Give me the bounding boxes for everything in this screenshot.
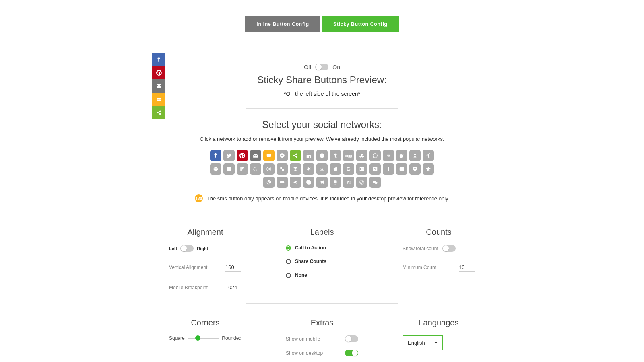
- network-reddit-icon[interactable]: [316, 150, 328, 161]
- sticky-share-icon[interactable]: [152, 106, 165, 119]
- svg-point-19: [268, 168, 270, 170]
- divider: [246, 303, 398, 304]
- network-pocket-icon[interactable]: [409, 163, 421, 175]
- network-qzone-icon[interactable]: [423, 163, 434, 175]
- languages-heading: Languages: [402, 318, 475, 327]
- svg-rect-7: [267, 154, 271, 157]
- enable-toggle[interactable]: [315, 64, 328, 70]
- network-flipboard-icon[interactable]: [237, 163, 248, 175]
- network-wechat-icon[interactable]: [369, 177, 381, 188]
- network-surfingbird-icon[interactable]: [290, 177, 301, 188]
- network-digg-icon[interactable]: digg: [343, 150, 354, 161]
- svg-text:Y: Y: [374, 167, 376, 171]
- vertical-align-label: Vertical Alignment: [169, 265, 207, 270]
- align-right-label: Right: [197, 246, 208, 251]
- network-tumblr-icon[interactable]: [330, 150, 341, 161]
- network-diaspora-icon[interactable]: [303, 163, 314, 175]
- svg-text:SMS: SMS: [157, 98, 161, 100]
- network-print-icon[interactable]: [210, 163, 221, 175]
- svg-point-14: [400, 154, 403, 158]
- sms-badge-icon: SMS: [195, 194, 203, 202]
- network-sharethis-icon[interactable]: [290, 150, 301, 161]
- radio-counts[interactable]: Share Counts: [286, 259, 358, 264]
- sticky-sms-icon[interactable]: SMS: [152, 93, 165, 106]
- network-messenger-icon[interactable]: [277, 150, 288, 161]
- tab-sticky-config[interactable]: Sticky Button Config: [322, 16, 399, 32]
- corners-slider[interactable]: [188, 338, 219, 339]
- svg-point-32: [336, 184, 336, 185]
- network-pinterest-icon[interactable]: [237, 150, 248, 161]
- network-skype-icon[interactable]: [303, 177, 314, 188]
- alignment-heading: Alignment: [169, 228, 242, 237]
- extras-heading: Extras: [286, 318, 358, 327]
- network-evernote-icon[interactable]: [330, 163, 341, 175]
- network-linkedin-icon[interactable]: [303, 150, 314, 161]
- radio-none[interactable]: None: [286, 272, 358, 278]
- network-stumbleupon-icon[interactable]: [356, 150, 367, 161]
- sticky-facebook-icon[interactable]: [152, 53, 165, 66]
- toggle-off-label: Off: [304, 64, 311, 70]
- network-telegram-icon[interactable]: [316, 177, 328, 188]
- network-delicious-icon[interactable]: [277, 163, 288, 175]
- network-wordpress-icon[interactable]: [356, 177, 367, 188]
- sticky-pinterest-icon[interactable]: [152, 66, 165, 79]
- radio-icon: [286, 245, 291, 251]
- corners-heading: Corners: [169, 318, 242, 327]
- show-total-label: Show total count: [402, 246, 438, 251]
- network-meneame-icon[interactable]: [250, 163, 261, 175]
- min-count-input[interactable]: [459, 263, 475, 272]
- radio-cta-label: Call to Action: [295, 245, 326, 251]
- sticky-email-icon[interactable]: [152, 79, 165, 93]
- svg-point-15: [402, 154, 403, 154]
- sms-note-text: The sms button only appears on mobile de…: [207, 195, 449, 202]
- show-desktop-label: Show on desktop: [286, 350, 323, 356]
- network-renren-icon[interactable]: [277, 177, 288, 188]
- radio-cta[interactable]: Call to Action: [286, 245, 358, 251]
- svg-point-35: [375, 182, 378, 184]
- network-xing-icon[interactable]: [423, 150, 434, 161]
- network-twitter-icon[interactable]: [223, 150, 235, 161]
- tab-inline-config[interactable]: Inline Button Config: [245, 16, 320, 32]
- divider: [246, 108, 398, 109]
- network-threema-icon[interactable]: [330, 177, 341, 188]
- radio-counts-label: Share Counts: [295, 259, 326, 264]
- show-desktop-toggle[interactable]: [345, 350, 358, 356]
- network-whatsapp-icon[interactable]: [369, 150, 381, 161]
- svg-line-12: [295, 156, 296, 157]
- svg-point-31: [335, 184, 336, 185]
- network-refind-icon[interactable]: [263, 177, 275, 188]
- network-mailru-icon[interactable]: [263, 163, 275, 175]
- svg-point-25: [267, 180, 270, 184]
- network-douban-icon[interactable]: 豆: [316, 163, 328, 175]
- network-yahoo-icon[interactable]: Y!: [343, 177, 354, 188]
- rounded-label: Rounded: [222, 335, 242, 341]
- show-mobile-label: Show on mobile: [286, 336, 320, 342]
- network-email-icon[interactable]: [250, 150, 261, 161]
- svg-rect-20: [280, 167, 282, 169]
- svg-point-26: [268, 181, 270, 183]
- network-hackernews-icon[interactable]: Y: [369, 163, 381, 175]
- counts-heading: Counts: [402, 228, 475, 237]
- alignment-toggle[interactable]: [180, 245, 194, 252]
- network-blogger-icon[interactable]: [223, 163, 235, 175]
- network-google-icon[interactable]: [343, 163, 354, 175]
- network-instapaper-icon[interactable]: I: [383, 163, 394, 175]
- network-gmail-icon[interactable]: [356, 163, 367, 175]
- svg-point-18: [267, 167, 271, 171]
- vertical-align-input[interactable]: [225, 263, 242, 272]
- network-sms-icon[interactable]: [263, 150, 275, 161]
- network-vk-icon[interactable]: [383, 150, 394, 161]
- language-select[interactable]: English: [402, 335, 443, 350]
- network-buffer-icon[interactable]: [290, 163, 301, 175]
- network-line-icon[interactable]: [396, 163, 407, 175]
- mobile-breakpoint-label: Mobile Breakpoint: [169, 285, 208, 290]
- network-weibo-icon[interactable]: [396, 150, 407, 161]
- show-mobile-toggle[interactable]: [345, 335, 358, 342]
- svg-rect-21: [282, 169, 284, 171]
- mobile-breakpoint-input[interactable]: [225, 283, 242, 292]
- svg-rect-24: [400, 167, 404, 171]
- svg-line-6: [158, 113, 159, 113]
- network-odnoklassniki-icon[interactable]: [409, 150, 421, 161]
- show-total-toggle[interactable]: [442, 245, 456, 252]
- network-facebook-icon[interactable]: [210, 150, 221, 161]
